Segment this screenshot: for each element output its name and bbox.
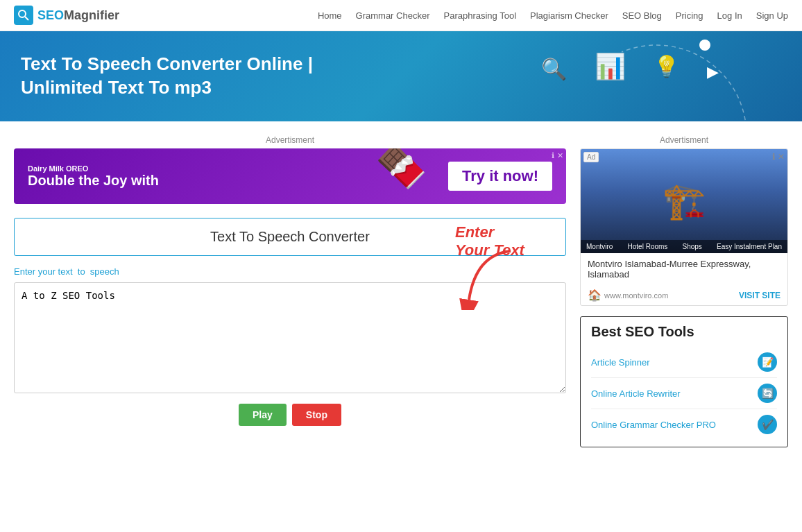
speech-textarea[interactable]: A to Z SEO Tools (14, 282, 566, 393)
ad-banner: Dairy Milk OREO Double the Joy with 🍫 Tr… (14, 148, 566, 204)
svg-point-2 (699, 40, 710, 51)
seo-tools-title: Best SEO Tools (591, 324, 777, 340)
input-label-highlight: to (78, 266, 85, 277)
sidebar-visit-link[interactable]: VISIT SITE (739, 291, 780, 300)
logo-icon (14, 6, 33, 25)
seo-tool-link-1[interactable]: Online Article Rewriter (591, 388, 681, 399)
ad-cta[interactable]: Try it now! (448, 162, 552, 191)
hero-title: Text To Speech Converter Online | Unlimi… (21, 53, 368, 100)
sidebar-ad-close[interactable]: ℹ ✕ (772, 152, 785, 162)
nav-blog[interactable]: SEO Blog (622, 10, 662, 21)
ad-close-icon[interactable]: ✕ (557, 151, 563, 160)
seo-tools-box: Best SEO Tools Article Spinner 📝 Online … (580, 316, 788, 447)
sidebar-ad-info: Montviro Islamabad-Murree Expressway, Is… (581, 253, 787, 285)
nav-pricing[interactable]: Pricing (676, 10, 703, 21)
sidebar-ad-hotel: Hotel Rooms (628, 243, 668, 250)
logo[interactable]: SEOMagnifier (14, 6, 119, 25)
textarea-wrapper: Enter Your Text A to Z SEO Tools (14, 282, 566, 395)
nav-plagiarism[interactable]: Plagiarism Checker (530, 10, 608, 21)
ad-label: Advertisment (14, 135, 566, 145)
sidebar-ad-footer: 🏠 www.montviro.com VISIT SITE (581, 285, 787, 305)
main-content: Advertisment Dairy Milk OREO Double the … (14, 135, 566, 454)
seo-tool-item-2: Online Grammar Checker PRO ✔️ (591, 409, 777, 440)
nav-paraphrase[interactable]: Paraphrasing Tool (443, 10, 516, 21)
ad-badge: Ad (583, 152, 599, 162)
ad-text: Double the Joy with (28, 173, 159, 189)
svg-point-0 (19, 10, 26, 17)
seo-tool-icon-2: ✔️ (758, 415, 777, 434)
tool-title: Text To Speech Converter (25, 229, 555, 245)
nav-home[interactable]: Home (318, 10, 342, 21)
buttons-row: Play Stop (14, 404, 566, 426)
seo-tool-item-0: Article Spinner 📝 (591, 347, 777, 378)
seo-tool-link-2[interactable]: Online Grammar Checker PRO (591, 420, 716, 430)
nav-login[interactable]: Log In (717, 10, 742, 21)
sidebar: Advertisment Ad ℹ ✕ 🏗️ Montviro Hotel Ro… (580, 135, 788, 454)
ad-info-icon[interactable]: ℹ (552, 151, 554, 160)
sidebar-ad-label: Advertisment (580, 135, 788, 145)
logo-text: SEOMagnifier (37, 8, 119, 23)
seo-tool-link-0[interactable]: Article Spinner (591, 357, 650, 368)
main-wrapper: Advertisment Dairy Milk OREO Double the … (0, 121, 802, 468)
seo-tool-item-1: Online Article Rewriter 🔄 (591, 378, 777, 409)
hero-text: Text To Speech Converter Online | Unlimi… (21, 53, 368, 100)
sidebar-ad-overlay: Montviro Hotel Rooms Shops Easy Instalme… (581, 240, 787, 253)
sidebar-ad-brand: Montviro (586, 243, 613, 250)
hero-magnifier-icon: 🔍 (541, 57, 567, 81)
input-label: Enter your text to speech (14, 266, 566, 277)
hero-chart-icon: 📊 (595, 52, 626, 81)
sidebar-ad: Ad ℹ ✕ 🏗️ Montviro Hotel Rooms Shops Eas… (580, 148, 788, 306)
ad-product-image: 🍫 (375, 148, 427, 191)
sidebar-ad-location: Montviro Islamabad-Murree Expressway, Is… (588, 259, 780, 280)
hero-bulb-icon: 💡 (654, 54, 679, 78)
sidebar-ad-domain: 🏠 www.montviro.com (588, 289, 668, 302)
stop-button[interactable]: Stop (292, 404, 341, 426)
play-button[interactable]: Play (239, 404, 287, 426)
svg-line-1 (25, 17, 28, 20)
input-label-suffix: speech (90, 266, 119, 277)
tool-box: Text To Speech Converter (14, 218, 566, 256)
nav-links: Home Grammar Checker Paraphrasing Tool P… (318, 10, 788, 21)
seo-tool-icon-1: 🔄 (758, 384, 777, 403)
sidebar-ad-shops: Shops (683, 243, 702, 250)
ad-corner: ℹ ✕ (552, 151, 563, 160)
sidebar-ad-image: Ad ℹ ✕ 🏗️ Montviro Hotel Rooms Shops Eas… (581, 149, 787, 253)
input-label-prefix: Enter your text (14, 266, 73, 277)
seo-tool-icon-0: 📝 (758, 352, 777, 372)
sidebar-ad-plan: Easy Instalment Plan (717, 243, 782, 250)
ad-brand: Dairy Milk OREO (28, 164, 159, 173)
hero-play-icon: ▶ (707, 63, 719, 81)
nav-grammar[interactable]: Grammar Checker (356, 10, 430, 21)
hero-banner: Text To Speech Converter Online | Unlimi… (0, 31, 802, 121)
ad-banner-left: Dairy Milk OREO Double the Joy with (28, 164, 159, 189)
nav-signup[interactable]: Sign Up (756, 10, 788, 21)
top-navigation: SEOMagnifier Home Grammar Checker Paraph… (0, 0, 802, 31)
